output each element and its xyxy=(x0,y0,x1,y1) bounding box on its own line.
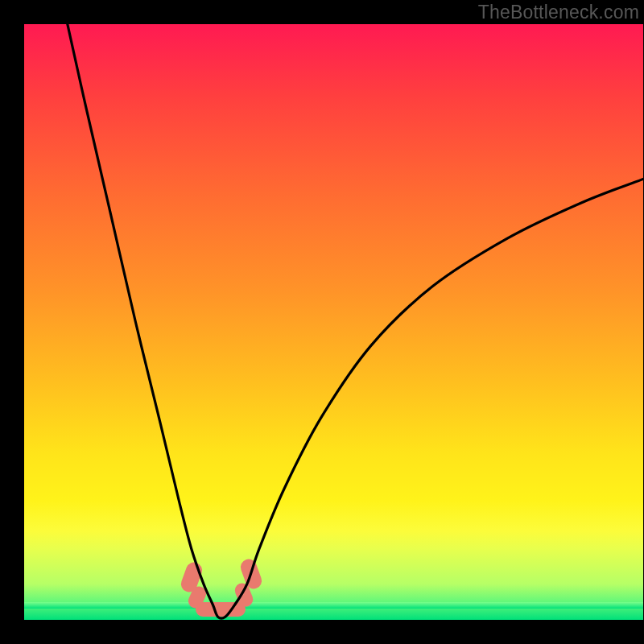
outer-black-frame: TheBottleneck.com xyxy=(0,0,644,644)
watermark-text: TheBottleneck.com xyxy=(478,2,639,23)
curve-path xyxy=(68,24,643,618)
curve-svg xyxy=(24,24,643,620)
plot-area xyxy=(24,24,643,620)
